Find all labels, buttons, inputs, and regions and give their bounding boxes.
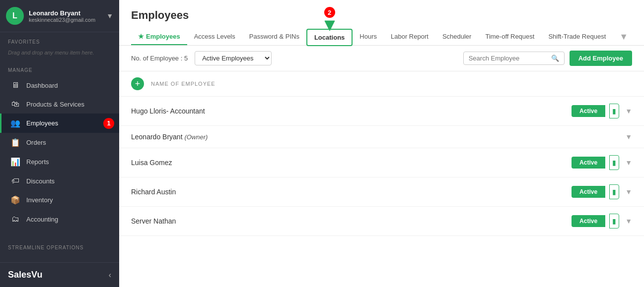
employee-name: Hugo Lloris- Accountant <box>131 107 572 115</box>
avatar: L <box>6 7 24 25</box>
row-right: Active ▮ <box>572 104 619 118</box>
salesvu-logo: SalesVu <box>8 270 42 280</box>
tab-shift-trade-request[interactable]: Shift-Trade Request <box>541 29 613 45</box>
row-right: Active ▮ <box>572 184 619 199</box>
employee-count-label: No. of Employee : 5 <box>131 55 188 62</box>
sidebar-item-label: Reports <box>26 158 49 166</box>
badge-toggle-button[interactable]: ▮ <box>609 104 619 118</box>
table-row[interactable]: Leonardo Bryant (Owner) ▼ <box>119 126 644 148</box>
user-email: keskinnecati23@gmail.com <box>29 17 106 23</box>
add-row-button[interactable]: + <box>131 77 144 90</box>
tab-bar: ★Employees Access Levels Password & PINs… <box>131 29 632 45</box>
tab-employees[interactable]: ★Employees <box>131 29 187 45</box>
sidebar-item-accounting[interactable]: 🗂 Accounting <box>0 210 119 229</box>
row-expand-chevron[interactable]: ▼ <box>625 188 632 196</box>
sidebar-item-label: Discounts <box>26 177 55 185</box>
sidebar-item-employees[interactable]: 👥 Employees 1 <box>0 114 119 133</box>
sidebar-item-label: Accounting <box>26 216 58 223</box>
badge-toggle-button[interactable]: ▮ <box>609 155 619 170</box>
sidebar-item-dashboard[interactable]: 🖥 Dashboard <box>0 76 119 95</box>
page-title: Employees <box>131 9 632 22</box>
badge-toggle-button[interactable]: ▮ <box>609 214 619 229</box>
status-badge: Active <box>572 105 605 117</box>
discounts-icon: 🏷 <box>9 176 21 185</box>
search-input[interactable] <box>469 55 548 62</box>
main-content: Employees ★Employees Access Levels Passw… <box>119 0 644 287</box>
user-profile[interactable]: L Leonardo Bryant keskinnecati23@gmail.c… <box>0 0 119 32</box>
favorites-section-label: FAVORITES <box>0 32 119 48</box>
user-menu-chevron[interactable]: ▼ <box>106 12 113 20</box>
tab-password-pins[interactable]: Password & PINs <box>242 29 306 45</box>
sidebar-item-products-services[interactable]: 🛍 Products & Services <box>0 95 119 114</box>
tab-access-levels[interactable]: Access Levels <box>187 29 242 45</box>
tab-star-icon: ★ <box>138 33 144 40</box>
sidebar-item-label: Orders <box>26 139 46 146</box>
tab-bar-right: ▼ <box>615 32 632 42</box>
search-icon: 🔍 <box>551 55 559 62</box>
sidebar-collapse-button[interactable]: ‹ <box>109 271 111 280</box>
table-row[interactable]: Richard Austin Active ▮ ▼ <box>119 177 644 207</box>
tab-scheduler[interactable]: Scheduler <box>435 29 479 45</box>
row-expand-chevron[interactable]: ▼ <box>625 107 632 115</box>
employee-name: Luisa Gomez <box>131 159 572 167</box>
owner-tag: (Owner) <box>184 133 208 141</box>
toolbar-right: 🔍 Add Employee <box>463 51 632 66</box>
manage-section-label: MANAGE <box>0 60 119 76</box>
row-expand-chevron[interactable]: ▼ <box>625 159 632 167</box>
accounting-icon: 🗂 <box>9 215 21 224</box>
status-badge: Active <box>572 215 605 227</box>
employee-name: Leonardo Bryant (Owner) <box>131 133 619 141</box>
sidebar-footer: SalesVu ‹ <box>0 262 119 287</box>
user-info: Leonardo Bryant keskinnecati23@gmail.com <box>29 9 106 23</box>
sidebar-item-orders[interactable]: 📋 Orders <box>0 133 119 152</box>
employee-name: Richard Austin <box>131 188 572 196</box>
table-row[interactable]: Luisa Gomez Active ▮ ▼ <box>119 148 644 177</box>
sidebar-item-label: Inventory <box>26 196 53 204</box>
add-employee-button[interactable]: Add Employee <box>570 51 632 66</box>
dashboard-icon: 🖥 <box>9 81 21 90</box>
sidebar-item-reports[interactable]: 📊 Reports <box>0 152 119 172</box>
svg-marker-0 <box>325 21 335 31</box>
favorites-hint: Drag and drop any menu item here. <box>0 48 119 60</box>
tab-collapse-button[interactable]: ▼ <box>615 30 632 44</box>
status-badge: Active <box>572 186 605 198</box>
annotation-1: 1 <box>103 118 114 129</box>
page-header: Employees ★Employees Access Levels Passw… <box>119 0 644 46</box>
employees-icon: 👥 <box>9 118 21 128</box>
row-right: Active ▮ <box>572 155 619 170</box>
tab-locations[interactable]: Locations 2 <box>306 29 353 46</box>
list-header-row: + NAME OF EMPLOYEE <box>119 71 644 97</box>
sidebar-item-inventory[interactable]: 📦 Inventory <box>0 190 119 210</box>
sidebar: L Leonardo Bryant keskinnecati23@gmail.c… <box>0 0 119 287</box>
sidebar-item-label: Employees <box>26 119 58 127</box>
sidebar-item-label: Dashboard <box>26 82 58 89</box>
employee-name: Server Nathan <box>131 217 572 225</box>
orders-icon: 📋 <box>9 138 21 147</box>
streamline-section-label: STREAMLINE OPERATIONS <box>0 238 119 253</box>
employee-list-area: + NAME OF EMPLOYEE Hugo Lloris- Accounta… <box>119 71 644 287</box>
status-badge: Active <box>572 157 605 169</box>
tab-hours[interactable]: Hours <box>353 29 384 45</box>
sidebar-item-discounts[interactable]: 🏷 Discounts <box>0 172 119 190</box>
table-row[interactable]: Hugo Lloris- Accountant Active ▮ ▼ <box>119 97 644 126</box>
user-name: Leonardo Bryant <box>29 9 106 17</box>
tab-labor-report[interactable]: Labor Report <box>384 29 435 45</box>
search-box: 🔍 <box>463 52 565 65</box>
column-header-name: NAME OF EMPLOYEE <box>151 81 215 87</box>
row-expand-chevron[interactable]: ▼ <box>625 133 632 141</box>
table-row[interactable]: Server Nathan Active ▮ ▼ <box>119 207 644 236</box>
badge-toggle-button[interactable]: ▮ <box>609 184 619 199</box>
products-icon: 🛍 <box>9 100 21 109</box>
inventory-icon: 📦 <box>9 195 21 205</box>
tab-time-off-request[interactable]: Time-off Request <box>478 29 541 45</box>
sidebar-item-label: Products & Services <box>26 101 84 108</box>
employee-filter-select[interactable]: Active Employees All Employees Inactive … <box>195 51 272 65</box>
row-right: Active ▮ <box>572 214 619 229</box>
row-expand-chevron[interactable]: ▼ <box>625 217 632 225</box>
reports-icon: 📊 <box>9 157 21 167</box>
toolbar: No. of Employee : 5 Active Employees All… <box>119 46 644 71</box>
